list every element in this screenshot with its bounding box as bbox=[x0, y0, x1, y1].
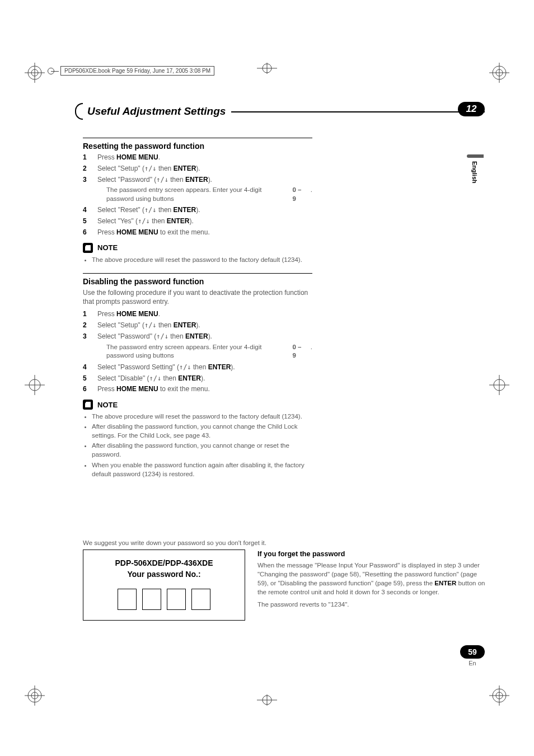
password-digit-boxes bbox=[89, 589, 239, 610]
password-memo-box: PDP-506XDE/PDP-436XDE Your password No.: bbox=[83, 550, 245, 621]
section2-steps: 1Press HOME MENU.2Select "Setup" (↑/↓ th… bbox=[83, 309, 312, 394]
step-item: 2Select "Setup" (↑/↓ then ENTER). bbox=[83, 321, 312, 330]
step-sub-item: The password entry screen appears. Enter… bbox=[106, 343, 312, 360]
step-text: Select "Yes" (↑/↓ then ENTER). bbox=[97, 217, 312, 226]
password-digit-box bbox=[142, 589, 161, 610]
page-lang-abbr: En bbox=[460, 660, 485, 666]
registration-mark-icon bbox=[489, 375, 509, 395]
note-item: After disabling the password function, y… bbox=[92, 422, 312, 440]
section2-notes: The above procedure will reset the passw… bbox=[83, 412, 312, 478]
note-label: NOTE bbox=[97, 401, 118, 409]
step-text: Press HOME MENU. bbox=[97, 309, 312, 319]
step-number: 5 bbox=[83, 374, 91, 383]
step-item: 3Select "Password" (↑/↓ then ENTER). bbox=[83, 332, 312, 341]
password-digit-box bbox=[167, 589, 186, 610]
step-number: 6 bbox=[83, 384, 91, 394]
step-text: Press HOME MENU to exit the menu. bbox=[97, 228, 312, 237]
note-item: The above procedure will reset the passw… bbox=[92, 412, 312, 421]
note-icon bbox=[83, 400, 93, 410]
registration-mark-icon bbox=[257, 63, 277, 74]
step-item: 6Press HOME MENU to exit the menu. bbox=[83, 228, 312, 237]
chapter-header: Useful Adjustment Settings 12 bbox=[83, 103, 485, 120]
forgot-paragraph-2: The password reverts to "1234". bbox=[257, 600, 486, 609]
print-header: PDP506XDE.book Page 59 Friday, June 17, … bbox=[60, 66, 214, 76]
registration-mark-icon bbox=[257, 694, 277, 706]
note-label: NOTE bbox=[97, 243, 118, 252]
registration-mark-icon bbox=[489, 63, 509, 83]
step-number: 4 bbox=[83, 205, 91, 215]
forgot-paragraph-1: When the message "Please Input Your Pass… bbox=[257, 561, 486, 597]
step-item: 4Select "Password Setting" (↑/↓ then ENT… bbox=[83, 363, 312, 372]
step-text: Select "Password" (↑/↓ then ENTER). bbox=[97, 332, 312, 341]
password-box-line2: Your password No.: bbox=[89, 569, 239, 580]
forgot-title: If you forget the password bbox=[257, 550, 486, 560]
password-digit-box bbox=[191, 589, 210, 610]
step-item: 4Select "Reset" (↑/↓ then ENTER). bbox=[83, 205, 312, 215]
page-number: 59 bbox=[460, 645, 485, 659]
step-item: 5Select "Disable" (↑/↓ then ENTER). bbox=[83, 374, 312, 383]
step-item: 6Press HOME MENU to exit the menu. bbox=[83, 384, 312, 394]
note-heading: NOTE bbox=[83, 400, 312, 410]
note-item: The above procedure will reset the passw… bbox=[92, 255, 312, 264]
step-number: 1 bbox=[83, 309, 91, 319]
note-item: When you enable the password function ag… bbox=[92, 461, 312, 478]
step-number: 3 bbox=[83, 175, 91, 185]
registration-mark-icon bbox=[489, 685, 509, 706]
step-number: 2 bbox=[83, 321, 91, 330]
section1-title: Resetting the password function bbox=[83, 142, 312, 151]
step-item: 1Press HOME MENU. bbox=[83, 309, 312, 319]
chapter-title: Useful Adjustment Settings bbox=[83, 103, 231, 120]
registration-mark-icon bbox=[25, 63, 45, 83]
section2-lead: Use the following procedure if you want … bbox=[83, 288, 312, 306]
step-item: 1Press HOME MENU. bbox=[83, 153, 312, 162]
note-heading: NOTE bbox=[83, 243, 312, 253]
section2-title: Disabling the password function bbox=[83, 277, 312, 286]
step-item: 3Select "Password" (↑/↓ then ENTER). bbox=[83, 175, 312, 185]
forgot-password-section: If you forget the password When the mess… bbox=[257, 550, 486, 612]
step-text: Select "Disable" (↑/↓ then ENTER). bbox=[97, 374, 312, 383]
chapter-number-badge: 12 bbox=[458, 102, 485, 116]
step-sub-list: The password entry screen appears. Enter… bbox=[97, 186, 312, 203]
note-item: After disabling the password function, y… bbox=[92, 441, 312, 459]
password-box-line1: PDP-506XDE/PDP-436XDE bbox=[89, 558, 239, 569]
step-text: Press HOME MENU. bbox=[97, 153, 312, 162]
step-number: 4 bbox=[83, 363, 91, 372]
step-number: 3 bbox=[83, 332, 91, 341]
step-sub-item: The password entry screen appears. Enter… bbox=[106, 186, 312, 203]
section1-notes: The above procedure will reset the passw… bbox=[83, 255, 312, 264]
step-number: 5 bbox=[83, 217, 91, 226]
step-number: 6 bbox=[83, 228, 91, 237]
page-number-badge: 59 En bbox=[460, 645, 485, 666]
step-text: Select "Setup" (↑/↓ then ENTER). bbox=[97, 164, 312, 173]
password-suggestion-area: We suggest you write down your password … bbox=[83, 539, 486, 621]
registration-mark-icon bbox=[25, 375, 45, 395]
step-text: Select "Password Setting" (↑/↓ then ENTE… bbox=[97, 363, 312, 372]
step-text: Select "Setup" (↑/↓ then ENTER). bbox=[97, 321, 312, 330]
step-number: 2 bbox=[83, 164, 91, 173]
registration-mark-icon bbox=[25, 685, 45, 706]
note-icon bbox=[83, 243, 93, 253]
step-text: Press HOME MENU to exit the menu. bbox=[97, 384, 312, 394]
step-number: 1 bbox=[83, 153, 91, 162]
password-digit-box bbox=[118, 589, 137, 610]
step-sub-list: The password entry screen appears. Enter… bbox=[97, 343, 312, 360]
step-text: Select "Password" (↑/↓ then ENTER). bbox=[97, 175, 312, 185]
step-text: Select "Reset" (↑/↓ then ENTER). bbox=[97, 205, 312, 215]
step-item: 5Select "Yes" (↑/↓ then ENTER). bbox=[83, 217, 312, 226]
section1-steps: 1Press HOME MENU.2Select "Setup" (↑/↓ th… bbox=[83, 153, 312, 237]
step-item: 2Select "Setup" (↑/↓ then ENTER). bbox=[83, 164, 312, 173]
suggestion-lead: We suggest you write down your password … bbox=[83, 539, 486, 546]
